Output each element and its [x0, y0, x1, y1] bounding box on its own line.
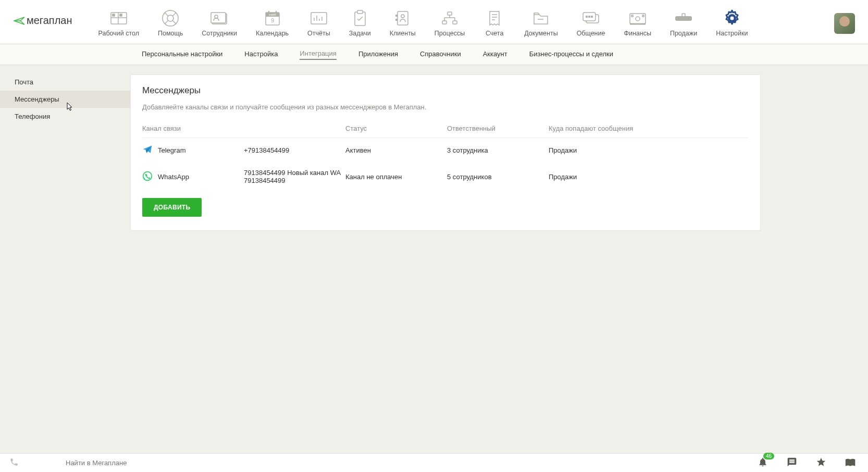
logo[interactable]: мегаплан — [13, 15, 72, 27]
subnav-item-6[interactable]: Бизнес-процессы и сделки — [529, 50, 613, 59]
nav-label: Счета — [486, 30, 503, 37]
channels-table: Канал связи Статус Ответственный Куда по… — [142, 120, 749, 191]
svg-rect-3 — [113, 14, 115, 16]
nav-item-finance[interactable]: Финансы — [624, 10, 651, 37]
main-panel: Мессенджеры Добавляейте каналы связи и п… — [130, 74, 761, 231]
svg-point-30 — [401, 15, 404, 18]
col-status: Статус — [345, 120, 447, 138]
search-input[interactable] — [66, 459, 758, 467]
nav-item-clients[interactable]: Клиенты — [390, 10, 416, 37]
col-destination: Куда попадают сообщения — [549, 120, 749, 138]
book-icon[interactable] — [845, 457, 855, 469]
nav-label: Помощь — [158, 30, 183, 37]
panel-title: Мессенджеры — [142, 85, 749, 96]
settings-icon — [721, 10, 743, 27]
top-nav: Рабочий столПомощьСотрудникинояб9Календа… — [98, 10, 834, 37]
desktop-icon — [108, 10, 130, 27]
channel-responsible: 3 сотрудника — [447, 138, 549, 163]
nav-label: Рабочий стол — [98, 30, 139, 37]
sidebar-item-2[interactable]: Телефония — [0, 108, 130, 125]
nav-item-tasks[interactable]: Задачи — [349, 10, 371, 37]
nav-item-desktop[interactable]: Рабочий стол — [98, 10, 139, 37]
subnav-item-0[interactable]: Персональные настройки — [142, 50, 222, 59]
bottom-icons: 46 — [758, 457, 855, 469]
bell-icon[interactable]: 46 — [758, 457, 768, 469]
svg-rect-12 — [211, 13, 226, 23]
top-header: мегаплан Рабочий столПомощьСотрудникиноя… — [0, 0, 868, 44]
subnav-item-1[interactable]: Настройка — [244, 50, 278, 59]
nav-item-invoices[interactable]: Счета — [483, 10, 505, 37]
svg-rect-49 — [631, 15, 633, 17]
telegram-icon — [142, 144, 153, 156]
channel-responsible: 5 сотрудников — [447, 163, 549, 191]
invoices-icon — [483, 10, 505, 27]
employees-icon — [208, 10, 230, 27]
nav-item-employees[interactable]: Сотрудники — [202, 10, 237, 37]
add-button[interactable]: ДОБАВИТЬ — [142, 198, 202, 217]
nav-item-documents[interactable]: Документы — [524, 10, 557, 37]
nav-item-help[interactable]: Помощь — [158, 10, 183, 37]
col-responsible: Ответственный — [447, 120, 549, 138]
nav-label: Продажи — [670, 30, 697, 37]
nav-item-calendar[interactable]: нояб9Календарь — [256, 10, 289, 37]
channel-name: WhatsApp — [158, 173, 189, 181]
nav-label: Клиенты — [390, 30, 416, 37]
subnav-item-4[interactable]: Справочники — [420, 50, 461, 59]
channel-number: +79138454499 — [244, 138, 345, 163]
channel-status: Канал не оплачен — [345, 163, 447, 191]
svg-rect-50 — [642, 15, 644, 17]
channel-cell: Telegram — [142, 144, 244, 156]
svg-rect-27 — [398, 11, 408, 25]
channel-destination: Продажи — [549, 138, 749, 163]
sidebar-item-0[interactable]: Почта — [0, 73, 130, 91]
reports-icon — [308, 10, 330, 27]
nav-item-processes[interactable]: Процессы — [435, 10, 465, 37]
subnav-item-3[interactable]: Приложения — [358, 50, 398, 59]
logo-text: мегаплан — [27, 15, 72, 27]
svg-point-45 — [589, 16, 590, 17]
svg-point-29 — [395, 19, 397, 20]
nav-item-settings[interactable]: Настройки — [716, 10, 748, 37]
channel-cell: WhatsApp — [142, 171, 244, 183]
clients-icon — [392, 10, 414, 27]
svg-rect-20 — [311, 13, 327, 24]
nav-item-communication[interactable]: Общение — [577, 10, 605, 37]
svg-point-53 — [730, 16, 734, 20]
channel-destination: Продажи — [549, 163, 749, 191]
chat-icon[interactable] — [787, 457, 797, 469]
subnav-item-5[interactable]: Аккаунт — [483, 50, 507, 59]
channel-number: 79138454499 Новый канал WA 79138454499 — [244, 163, 345, 191]
nav-label: Процессы — [435, 30, 465, 37]
table-row[interactable]: Telegram +79138454499 Активен 3 сотрудни… — [142, 138, 749, 163]
sidebar-item-1[interactable]: Мессенджеры — [0, 91, 130, 108]
channels-tbody: Telegram +79138454499 Активен 3 сотрудни… — [142, 138, 749, 191]
subnav: Персональные настройкиНастройкаИнтеграци… — [0, 44, 868, 65]
bottom-bar: 46 — [0, 453, 868, 472]
notification-badge: 46 — [763, 453, 774, 459]
svg-point-48 — [636, 17, 640, 21]
nav-label: Документы — [524, 30, 557, 37]
logo-icon — [13, 16, 26, 26]
tasks-icon — [349, 10, 371, 27]
nav-item-sales[interactable]: Продажи — [670, 10, 697, 37]
svg-point-46 — [591, 16, 593, 17]
documents-icon — [530, 10, 552, 27]
finance-icon — [627, 10, 649, 27]
nav-item-reports[interactable]: Отчёты — [307, 10, 330, 37]
star-icon[interactable] — [816, 457, 826, 469]
phone-icon[interactable] — [9, 457, 19, 468]
nav-label: Настройки — [716, 30, 748, 37]
svg-line-7 — [165, 13, 168, 16]
svg-rect-33 — [453, 21, 457, 24]
subnav-item-2[interactable]: Интеграция — [300, 49, 337, 60]
sidebar: ПочтаМессенджерыТелефония — [0, 65, 130, 231]
nav-label: Общение — [577, 30, 605, 37]
svg-rect-31 — [448, 12, 452, 15]
channel-status: Активен — [345, 138, 447, 163]
nav-label: Отчёты — [307, 30, 330, 37]
svg-point-44 — [586, 16, 588, 17]
svg-rect-4 — [120, 14, 122, 16]
nav-label: Финансы — [624, 30, 651, 37]
avatar[interactable] — [834, 13, 855, 34]
table-row[interactable]: WhatsApp 79138454499 Новый канал WA 7913… — [142, 163, 749, 191]
